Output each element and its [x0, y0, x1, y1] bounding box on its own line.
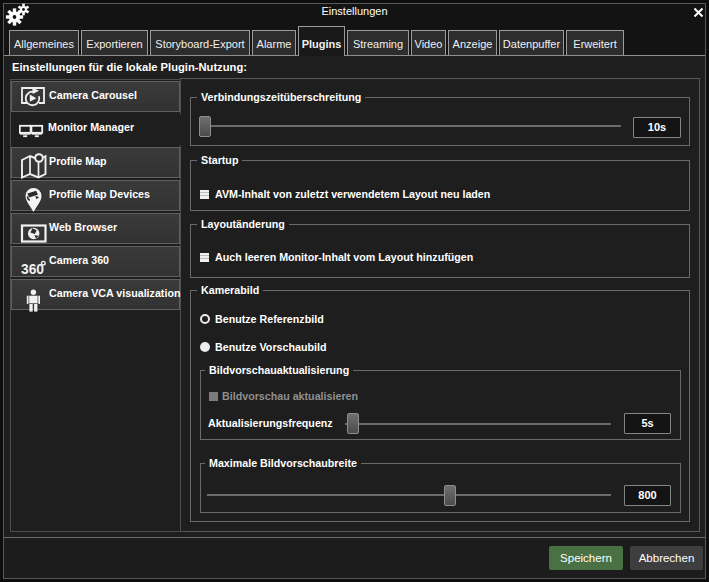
svg-text:360: 360	[21, 262, 44, 277]
